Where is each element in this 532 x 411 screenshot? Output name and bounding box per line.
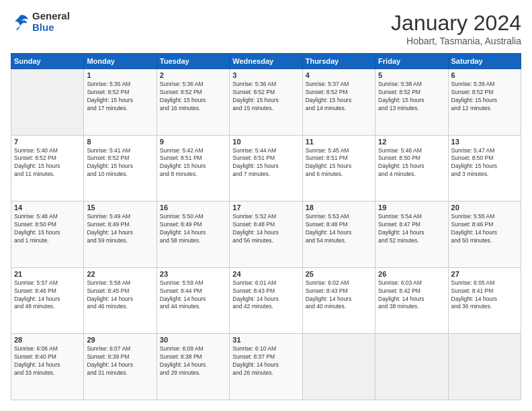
day-header-saturday: Saturday <box>448 54 521 69</box>
day-info: Sunrise: 5:52 AM Sunset: 8:48 PM Dayligh… <box>232 213 299 245</box>
day-info: Sunrise: 5:48 AM Sunset: 8:50 PM Dayligh… <box>14 213 81 245</box>
calendar-cell <box>448 334 521 400</box>
calendar-cell: 24Sunrise: 6:01 AM Sunset: 8:43 PM Dayli… <box>230 267 302 334</box>
day-info: Sunrise: 5:37 AM Sunset: 8:52 PM Dayligh… <box>306 81 372 113</box>
day-info: Sunrise: 5:38 AM Sunset: 8:52 PM Dayligh… <box>378 81 445 113</box>
day-number: 20 <box>451 203 518 212</box>
logo-text-block: General Blue <box>32 11 70 33</box>
calendar-cell: 10Sunrise: 5:44 AM Sunset: 8:51 PM Dayli… <box>230 135 302 201</box>
calendar-cell: 1Sunrise: 5:35 AM Sunset: 8:52 PM Daylig… <box>84 69 157 136</box>
day-info: Sunrise: 5:40 AM Sunset: 8:52 PM Dayligh… <box>14 147 81 179</box>
day-number: 15 <box>87 203 153 212</box>
calendar-cell: 2Sunrise: 5:36 AM Sunset: 8:52 PM Daylig… <box>157 69 229 136</box>
day-number: 14 <box>14 203 81 212</box>
main-title: January 2024 <box>391 11 521 36</box>
day-info: Sunrise: 5:57 AM Sunset: 8:46 PM Dayligh… <box>14 279 81 312</box>
calendar-cell: 12Sunrise: 5:46 AM Sunset: 8:50 PM Dayli… <box>375 135 448 201</box>
day-info: Sunrise: 5:54 AM Sunset: 8:47 PM Dayligh… <box>378 213 445 245</box>
day-number: 28 <box>14 336 81 344</box>
calendar-week-row: 7Sunrise: 5:40 AM Sunset: 8:52 PM Daylig… <box>11 135 521 201</box>
logo-line1: General <box>32 11 70 22</box>
calendar-cell: 4Sunrise: 5:37 AM Sunset: 8:52 PM Daylig… <box>302 69 375 136</box>
day-number: 30 <box>160 336 226 344</box>
calendar-cell: 19Sunrise: 5:54 AM Sunset: 8:47 PM Dayli… <box>375 201 448 268</box>
day-number: 9 <box>160 138 226 146</box>
calendar-cell: 3Sunrise: 5:36 AM Sunset: 8:52 PM Daylig… <box>230 69 302 136</box>
calendar-cell: 30Sunrise: 6:09 AM Sunset: 8:38 PM Dayli… <box>157 334 229 400</box>
day-number: 21 <box>14 270 81 278</box>
calendar-cell <box>375 334 448 400</box>
day-header-tuesday: Tuesday <box>157 54 229 69</box>
day-number: 29 <box>87 336 153 344</box>
day-number: 31 <box>232 336 299 344</box>
calendar-header-row: SundayMondayTuesdayWednesdayThursdayFrid… <box>11 54 521 69</box>
day-info: Sunrise: 5:42 AM Sunset: 8:51 PM Dayligh… <box>160 147 226 179</box>
day-number: 24 <box>232 270 299 278</box>
calendar-week-row: 14Sunrise: 5:48 AM Sunset: 8:50 PM Dayli… <box>11 201 521 268</box>
page: General Blue January 2024 Hobart, Tasman… <box>0 0 532 411</box>
day-number: 7 <box>14 138 81 146</box>
calendar-cell: 8Sunrise: 5:41 AM Sunset: 8:52 PM Daylig… <box>84 135 157 201</box>
calendar-cell: 22Sunrise: 5:58 AM Sunset: 8:45 PM Dayli… <box>84 267 157 334</box>
calendar-cell: 11Sunrise: 5:45 AM Sunset: 8:51 PM Dayli… <box>302 135 375 201</box>
day-number: 6 <box>451 71 518 79</box>
day-number: 18 <box>306 203 372 212</box>
calendar-week-row: 21Sunrise: 5:57 AM Sunset: 8:46 PM Dayli… <box>11 267 521 334</box>
calendar-cell: 5Sunrise: 5:38 AM Sunset: 8:52 PM Daylig… <box>375 69 448 136</box>
logo-icon <box>11 13 30 32</box>
calendar-week-row: 28Sunrise: 6:06 AM Sunset: 8:40 PM Dayli… <box>11 334 521 400</box>
day-info: Sunrise: 5:39 AM Sunset: 8:52 PM Dayligh… <box>451 81 518 113</box>
day-info: Sunrise: 6:05 AM Sunset: 8:41 PM Dayligh… <box>451 279 518 312</box>
day-info: Sunrise: 5:41 AM Sunset: 8:52 PM Dayligh… <box>87 147 153 179</box>
day-info: Sunrise: 6:03 AM Sunset: 8:42 PM Dayligh… <box>378 279 445 312</box>
calendar-cell: 28Sunrise: 6:06 AM Sunset: 8:40 PM Dayli… <box>11 334 84 400</box>
calendar-cell: 17Sunrise: 5:52 AM Sunset: 8:48 PM Dayli… <box>230 201 302 268</box>
day-info: Sunrise: 5:58 AM Sunset: 8:45 PM Dayligh… <box>87 279 153 312</box>
calendar-cell: 15Sunrise: 5:49 AM Sunset: 8:49 PM Dayli… <box>84 201 157 268</box>
day-number: 13 <box>451 138 518 146</box>
day-number: 19 <box>378 203 445 212</box>
day-number: 17 <box>232 203 299 212</box>
day-info: Sunrise: 5:46 AM Sunset: 8:50 PM Dayligh… <box>378 147 445 179</box>
day-info: Sunrise: 6:01 AM Sunset: 8:43 PM Dayligh… <box>232 279 299 312</box>
day-info: Sunrise: 6:07 AM Sunset: 8:39 PM Dayligh… <box>87 345 153 377</box>
day-number: 5 <box>378 71 445 79</box>
day-info: Sunrise: 5:53 AM Sunset: 8:48 PM Dayligh… <box>306 213 372 245</box>
calendar-cell: 21Sunrise: 5:57 AM Sunset: 8:46 PM Dayli… <box>11 267 84 334</box>
day-header-wednesday: Wednesday <box>230 54 302 69</box>
day-info: Sunrise: 5:35 AM Sunset: 8:52 PM Dayligh… <box>87 81 153 113</box>
day-number: 27 <box>451 270 518 278</box>
day-number: 23 <box>160 270 226 278</box>
day-number: 16 <box>160 203 226 212</box>
logo-line2: Blue <box>32 22 70 34</box>
day-number: 22 <box>87 270 153 278</box>
day-info: Sunrise: 6:06 AM Sunset: 8:40 PM Dayligh… <box>14 345 81 377</box>
day-header-friday: Friday <box>375 54 448 69</box>
calendar-cell: 18Sunrise: 5:53 AM Sunset: 8:48 PM Dayli… <box>302 201 375 268</box>
day-header-thursday: Thursday <box>302 54 375 69</box>
day-number: 3 <box>232 71 299 79</box>
day-number: 4 <box>306 71 372 79</box>
day-number: 11 <box>306 138 372 146</box>
day-info: Sunrise: 5:36 AM Sunset: 8:52 PM Dayligh… <box>160 81 226 113</box>
day-info: Sunrise: 6:10 AM Sunset: 8:37 PM Dayligh… <box>232 345 299 377</box>
title-block: January 2024 Hobart, Tasmania, Australia <box>391 11 521 46</box>
day-info: Sunrise: 5:45 AM Sunset: 8:51 PM Dayligh… <box>306 147 372 179</box>
calendar-cell: 26Sunrise: 6:03 AM Sunset: 8:42 PM Dayli… <box>375 267 448 334</box>
day-number: 1 <box>87 71 153 79</box>
subtitle: Hobart, Tasmania, Australia <box>391 36 521 46</box>
day-number: 10 <box>232 138 299 146</box>
day-info: Sunrise: 5:59 AM Sunset: 8:44 PM Dayligh… <box>160 279 226 312</box>
calendar-cell: 25Sunrise: 6:02 AM Sunset: 8:43 PM Dayli… <box>302 267 375 334</box>
calendar-cell <box>302 334 375 400</box>
day-info: Sunrise: 5:47 AM Sunset: 8:50 PM Dayligh… <box>451 147 518 179</box>
day-number: 12 <box>378 138 445 146</box>
calendar-cell: 27Sunrise: 6:05 AM Sunset: 8:41 PM Dayli… <box>448 267 521 334</box>
calendar-cell: 31Sunrise: 6:10 AM Sunset: 8:37 PM Dayli… <box>230 334 302 400</box>
calendar-cell: 23Sunrise: 5:59 AM Sunset: 8:44 PM Dayli… <box>157 267 229 334</box>
calendar-cell: 16Sunrise: 5:50 AM Sunset: 8:49 PM Dayli… <box>157 201 229 268</box>
calendar-cell <box>11 69 84 136</box>
day-number: 25 <box>306 270 372 278</box>
day-info: Sunrise: 5:44 AM Sunset: 8:51 PM Dayligh… <box>232 147 299 179</box>
calendar-cell: 9Sunrise: 5:42 AM Sunset: 8:51 PM Daylig… <box>157 135 229 201</box>
